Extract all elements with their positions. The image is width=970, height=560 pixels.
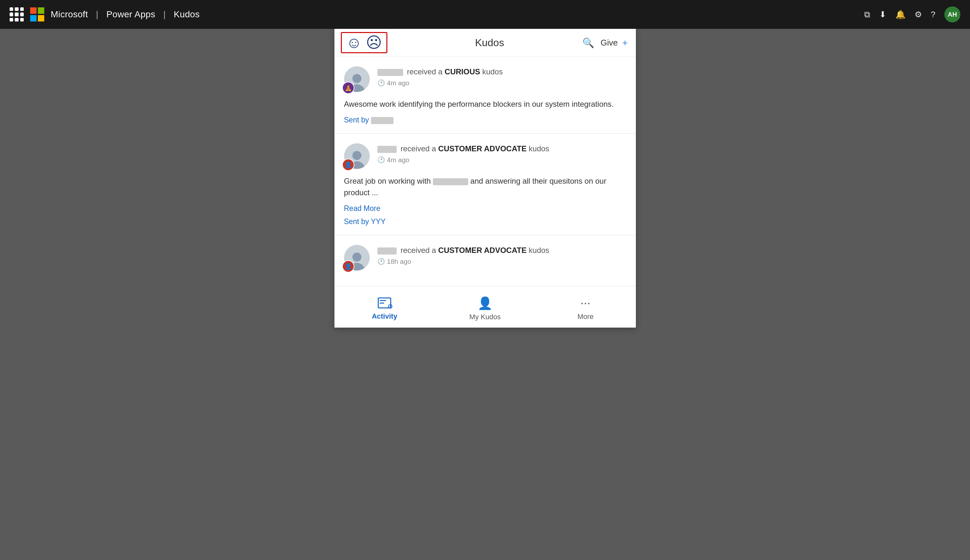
- feed-item-3-recipient-line: received a CUSTOMER ADVOCATE kudos: [377, 245, 626, 256]
- recipient-2-name-blur: [377, 146, 397, 153]
- recipient-3-name-blur: [377, 247, 397, 255]
- face-icons-selection-box[interactable]: ☺ ☹: [341, 32, 387, 53]
- waffle-menu-icon[interactable]: [10, 7, 24, 22]
- feed-item-3-meta: received a CUSTOMER ADVOCATE kudos 🕐 18h…: [377, 245, 626, 265]
- feed-item-2-time: 🕐 4m ago: [377, 156, 626, 164]
- feed-item-2-header: 👤 received a CUSTOMER ADVOCATE kudos 🕐 4…: [344, 143, 626, 169]
- badge-icon-3: 👤: [345, 263, 352, 270]
- badge-icon-2: 👤: [345, 161, 352, 168]
- panel-title: Kudos: [397, 37, 583, 49]
- bottom-nav-more[interactable]: ··· More: [535, 286, 636, 328]
- feed-item-1: 🧘 received a CURIOUS kudos 🕐 4m ago Awes…: [334, 57, 636, 134]
- person-head: [352, 74, 361, 83]
- kudos-badge-2: 👤: [342, 159, 354, 171]
- feed-item-1-sent-by[interactable]: Sent by: [344, 116, 626, 124]
- activity-icon: ⚙: [376, 297, 392, 310]
- my-kudos-label: My Kudos: [469, 313, 501, 321]
- activity-label: Activity: [372, 312, 397, 320]
- top-bar-left: Microsoft | Power Apps | Kudos: [10, 7, 200, 22]
- activity-gear-icon: ⚙: [387, 303, 393, 310]
- feed-item-2-meta: received a CUSTOMER ADVOCATE kudos 🕐 4m …: [377, 143, 626, 164]
- feed-item-1-meta: received a CURIOUS kudos 🕐 4m ago: [377, 67, 626, 87]
- svg-rect-3: [38, 15, 44, 22]
- feed-item-3-avatar-area: 👤: [344, 245, 370, 270]
- top-navigation-bar: Microsoft | Power Apps | Kudos ⧉ ⬇ 🔔 ⚙ ?…: [0, 0, 970, 29]
- person-head-3: [352, 253, 361, 262]
- feed-item-2-avatar-area: 👤: [344, 143, 370, 169]
- brand-name: Microsoft: [51, 9, 88, 20]
- recipient-1-name-blur: [377, 69, 403, 76]
- top-bar-right: ⧉ ⬇ 🔔 ⚙ ? AH: [864, 7, 960, 22]
- feed-item-2-body: Great job on working with and answering …: [344, 175, 626, 198]
- time-3: 18h ago: [387, 258, 411, 265]
- give-label: Give: [601, 38, 618, 48]
- bottom-navigation: ⚙ Activity 👤 My Kudos ··· More: [334, 286, 636, 328]
- give-button[interactable]: Give ＋: [601, 37, 629, 49]
- app-header-row: ☺ ☹ Kudos 🔍 Give ＋: [334, 29, 636, 57]
- bottom-nav-activity[interactable]: ⚙ Activity: [334, 286, 435, 328]
- sender-1-blur: [371, 117, 394, 124]
- svg-rect-2: [30, 15, 37, 22]
- brand-separator: |: [96, 9, 99, 20]
- more-label: More: [578, 313, 594, 321]
- kudos-type-3: CUSTOMER ADVOCATE: [438, 246, 527, 255]
- sad-face-icon[interactable]: ☹: [366, 35, 382, 50]
- kudos-badge-1: 🧘: [342, 82, 354, 94]
- feed-item-3-time: 🕐 18h ago: [377, 258, 626, 265]
- download-icon[interactable]: ⬇: [879, 10, 886, 20]
- share-icon[interactable]: ⧉: [864, 10, 870, 20]
- time-2: 4m ago: [387, 156, 409, 164]
- feed-item-1-avatar-area: 🧘: [344, 67, 370, 92]
- app-sub-name: Kudos: [174, 9, 200, 20]
- person-head-2: [352, 151, 361, 160]
- my-kudos-person-icon: 👤: [477, 296, 493, 310]
- main-content-wrapper: ☺ ☹ Kudos 🔍 Give ＋: [334, 29, 636, 328]
- clock-icon-3: 🕐: [377, 258, 385, 265]
- feed-item-1-recipient-line: received a CURIOUS kudos: [377, 67, 626, 77]
- notification-bell-icon[interactable]: 🔔: [895, 10, 905, 20]
- kudos-badge-3: 👤: [342, 260, 354, 272]
- colleague-name-blur: [433, 178, 468, 185]
- app-separator: |: [163, 9, 166, 20]
- app-name: Power Apps: [107, 9, 155, 20]
- app-panel: ☺ ☹ Kudos 🔍 Give ＋: [334, 29, 636, 328]
- activity-lines: [380, 300, 386, 303]
- time-1: 4m ago: [387, 79, 409, 87]
- clock-icon-2: 🕐: [377, 156, 385, 163]
- feed-item-1-header: 🧘 received a CURIOUS kudos 🕐 4m ago: [344, 67, 626, 92]
- settings-gear-icon[interactable]: ⚙: [915, 10, 922, 20]
- kudos-type-1: CURIOUS: [445, 67, 480, 76]
- feed-item-3: 👤 received a CUSTOMER ADVOCATE kudos 🕐 1…: [334, 235, 636, 286]
- badge-icon-1: 🧘: [345, 84, 352, 92]
- microsoft-logo-icon: [30, 7, 44, 22]
- more-ellipsis-icon: ···: [580, 296, 591, 310]
- feed-item-2-recipient-line: received a CUSTOMER ADVOCATE kudos: [377, 143, 626, 154]
- help-question-icon[interactable]: ?: [931, 10, 935, 20]
- bottom-nav-my-kudos[interactable]: 👤 My Kudos: [435, 286, 535, 328]
- feed-item-1-body: Awesome work identifying the performance…: [344, 98, 626, 110]
- feed-item-1-time: 🕐 4m ago: [377, 79, 626, 87]
- feed-item-2-sent-by[interactable]: Sent by YYY: [344, 217, 626, 226]
- read-more-link-2[interactable]: Read More: [344, 204, 626, 213]
- svg-rect-0: [30, 7, 37, 14]
- clock-icon-1: 🕐: [377, 79, 385, 87]
- kudos-type-2: CUSTOMER ADVOCATE: [438, 144, 527, 153]
- give-plus-icon: ＋: [621, 37, 629, 49]
- feed-item-2: 👤 received a CUSTOMER ADVOCATE kudos 🕐 4…: [334, 134, 636, 235]
- happy-face-icon[interactable]: ☺: [346, 35, 362, 50]
- svg-rect-1: [38, 7, 44, 14]
- user-avatar[interactable]: AH: [944, 7, 960, 22]
- search-icon[interactable]: 🔍: [582, 37, 594, 48]
- feed-item-3-header: 👤 received a CUSTOMER ADVOCATE kudos 🕐 1…: [344, 245, 626, 270]
